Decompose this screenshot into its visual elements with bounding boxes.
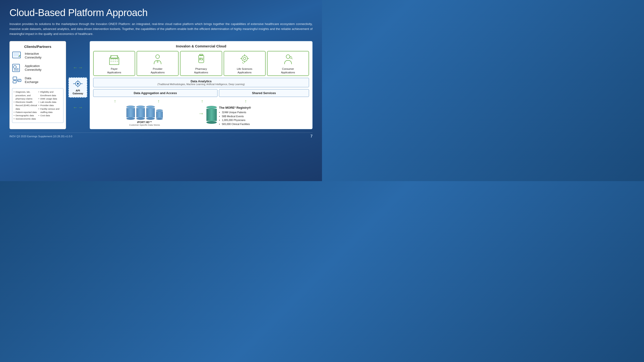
- more-cylinder: [206, 106, 217, 124]
- bottom-row: iPORT HD™ Customer-Specific Data Stores …: [93, 106, 309, 126]
- pharmacy-app-label: PharmacyApplications: [182, 67, 220, 74]
- cylinder-3: [146, 106, 155, 120]
- data-item: Eligibility and Enrollment data: [38, 90, 62, 97]
- vert-arrow-4: ↑: [245, 99, 247, 104]
- arrow-app: ← →: [73, 105, 83, 110]
- application-connectivity-label: ApplicationConnectivity: [25, 64, 42, 72]
- agg-shared-row: Data Aggregation and Access Shared Servi…: [93, 89, 309, 97]
- analytics-subtitle: (Traditional Methodologies, Machine Lear…: [96, 83, 306, 86]
- stat-1: 324M Unique Patients: [219, 110, 251, 114]
- app-tiles-row: PayerApplications ProviderApplications: [93, 51, 309, 76]
- arrow-right2-icon: →: [78, 105, 83, 110]
- interactive-connectivity-item: InteractiveConnectivity: [12, 52, 64, 60]
- svg-point-34: [156, 55, 160, 58]
- svg-rect-26: [110, 59, 112, 60]
- api-gateway-label: API Gateway: [72, 89, 84, 95]
- data-exchange-label: DataExchange: [25, 76, 38, 84]
- vert-arrow-2: ↑: [158, 99, 160, 104]
- life-sciences-icon: [225, 53, 264, 66]
- pharmacy-applications-tile: Rx PharmacyApplications: [180, 51, 222, 76]
- life-sciences-app-label: Life SciencesApplications: [225, 67, 264, 74]
- cylinders-group: [126, 106, 163, 120]
- data-col-left: Diagnosis, lab, procedure, and pharmacy …: [14, 90, 37, 120]
- payer-icon: [94, 53, 134, 66]
- svg-point-42: [244, 57, 246, 60]
- svg-rect-33: [117, 61, 118, 62]
- shared-services-box: Shared Services: [219, 89, 309, 97]
- svg-line-47: [242, 62, 244, 64]
- footer-label: INOV Q3 2020 Earnings Supplement (10.28.…: [10, 135, 72, 138]
- svg-rect-29: [117, 59, 118, 60]
- more-registry-title: The MORE² Registry®: [219, 106, 251, 110]
- pharmacy-icon: Rx: [182, 53, 220, 66]
- interactive-connectivity-icon: [12, 52, 22, 60]
- subtitle: Inovalon provides its solutions to the m…: [10, 22, 312, 36]
- consumer-icon: [268, 53, 308, 66]
- cylinder-2: [136, 106, 145, 120]
- stat-2: 58B Medical Events: [219, 114, 251, 118]
- data-exchange-icon: [12, 76, 22, 84]
- svg-rect-32: [115, 61, 116, 62]
- data-item: Lab results data: [38, 100, 62, 104]
- arrow-left-icon: ←: [73, 65, 78, 70]
- data-item: Electronic Health Record (EHR) clinical …: [14, 100, 37, 110]
- provider-applications-tile: ProviderApplications: [136, 51, 178, 76]
- data-aggregation-box: Data Aggregation and Access: [93, 89, 218, 97]
- data-analytics-box: Data Analytics (Traditional Methodologie…: [93, 78, 309, 87]
- page-number: 7: [310, 134, 312, 138]
- data-item: Cost data: [38, 114, 62, 117]
- svg-point-49: [290, 56, 292, 58]
- more-registry-info: The MORE² Registry® 324M Unique Patients…: [219, 106, 251, 126]
- interactive-connectivity-label: InteractiveConnectivity: [25, 52, 42, 60]
- iport-to-more-arrow: →: [198, 110, 204, 117]
- svg-point-5: [14, 66, 16, 68]
- payer-applications-tile: PayerApplications: [93, 51, 135, 76]
- vert-arrow-3: ↑: [201, 99, 203, 104]
- arrow-area-left: ← → API Gateway: [68, 41, 87, 129]
- inovalon-commercial-cloud-panel: Inovalon & Commercial Cloud: [90, 41, 312, 129]
- svg-line-50: [292, 58, 292, 59]
- cylinder-4: [156, 110, 163, 120]
- api-gateway-container: API Gateway: [68, 77, 87, 98]
- arrow-left2-icon: ←: [73, 105, 78, 110]
- svg-point-17: [77, 83, 79, 85]
- svg-rect-11: [13, 81, 16, 83]
- more-registry-section: The MORE² Registry® 324M Unique Patients…: [206, 106, 309, 126]
- vertical-arrows-row: ↑ ↑ ↑ ↑: [93, 99, 309, 104]
- provider-app-label: ProviderApplications: [138, 67, 177, 74]
- api-gateway-icon: [72, 80, 84, 89]
- consumer-app-label: ConsumerApplications: [268, 67, 308, 74]
- data-item: Diagnosis, lab, procedure, and pharmacy …: [14, 90, 37, 100]
- data-item: Socioeconomic data: [14, 117, 37, 120]
- svg-point-48: [286, 55, 290, 58]
- iport-section: iPORT HD™ Customer-Specific Data Stores: [93, 106, 196, 126]
- data-col-right: Eligibility and Enrollment data DME usag…: [38, 90, 62, 120]
- iport-label: iPORT HD™: [137, 121, 152, 124]
- clients-partners-title: Clients/Partners: [12, 44, 64, 48]
- data-item: Demographic data: [14, 114, 37, 117]
- svg-point-3: [19, 56, 20, 57]
- data-item: Patient-reported data: [14, 110, 37, 114]
- svg-rect-9: [13, 77, 17, 80]
- provider-icon: [138, 53, 177, 66]
- svg-point-41: [242, 56, 248, 61]
- application-connectivity-icon: [12, 64, 22, 72]
- api-gateway-box: API Gateway: [68, 77, 87, 98]
- footer: INOV Q3 2020 Earnings Supplement (10.28.…: [10, 132, 312, 138]
- data-item: DME usage data: [38, 97, 62, 100]
- vert-arrow-1: ↑: [114, 99, 116, 104]
- stat-3: 1,005,000 Physicians: [219, 118, 251, 122]
- svg-rect-28: [115, 59, 116, 60]
- analytics-title: Data Analytics: [96, 80, 306, 83]
- page: Cloud-Based Platform Approach Inovalon p…: [0, 0, 322, 181]
- application-connectivity-item: ApplicationConnectivity: [12, 64, 64, 72]
- clients-partners-panel: Clients/Partners InteractiveConnectivity: [10, 41, 66, 129]
- svg-rect-27: [112, 59, 114, 60]
- svg-rect-30: [110, 61, 112, 62]
- data-item: Provider data: [38, 104, 62, 107]
- data-item: Facility census and staffing data: [38, 107, 62, 114]
- page-title: Cloud-Based Platform Approach: [10, 7, 312, 18]
- cylinder-1: [126, 106, 135, 120]
- svg-rect-2: [14, 53, 19, 56]
- right-panel-title: Inovalon & Commercial Cloud: [93, 44, 309, 48]
